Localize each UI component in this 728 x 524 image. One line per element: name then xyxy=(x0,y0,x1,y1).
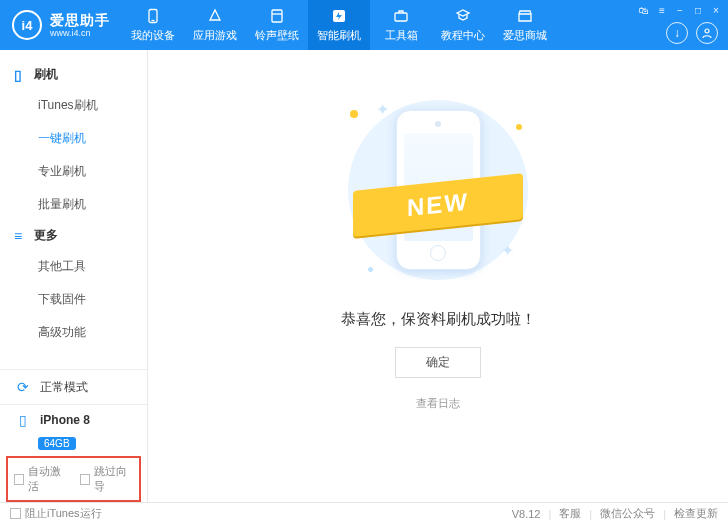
sidebar-item-download-firmware[interactable]: 下载固件 xyxy=(0,283,147,316)
apps-icon xyxy=(206,7,224,25)
nav-label: 爱思商城 xyxy=(503,28,547,43)
nav-apps[interactable]: 应用游戏 xyxy=(184,0,246,50)
body: ▯ 刷机 iTunes刷机 一键刷机 专业刷机 批量刷机 ≡ 更多 其他工具 下… xyxy=(0,50,728,502)
device-mode-row[interactable]: ⟳ 正常模式 xyxy=(0,370,147,405)
check-update-link[interactable]: 检查更新 xyxy=(674,506,718,521)
nav-my-device[interactable]: 我的设备 xyxy=(122,0,184,50)
block-itunes-checkbox[interactable]: 阻止iTunes运行 xyxy=(10,506,102,521)
app-url: www.i4.cn xyxy=(50,28,110,38)
sparkle-icon: ✦ xyxy=(376,100,389,119)
top-nav: 我的设备 应用游戏 铃声壁纸 智能刷机 工具箱 教程中心 爱思商城 xyxy=(122,0,556,50)
svg-point-6 xyxy=(705,29,709,33)
refresh-icon: ⟳ xyxy=(14,378,32,396)
app-header: i4 爱思助手 www.i4.cn 我的设备 应用游戏 铃声壁纸 智能刷机 工具… xyxy=(0,0,728,50)
app-logo: i4 爱思助手 www.i4.cn xyxy=(0,10,122,40)
group-title: 刷机 xyxy=(34,66,58,83)
group-title: 更多 xyxy=(34,227,58,244)
status-bar: 阻止iTunes运行 V8.12 | 客服 | 微信公众号 | 检查更新 xyxy=(0,502,728,524)
music-icon xyxy=(268,7,286,25)
svg-rect-2 xyxy=(272,10,282,22)
new-ribbon: NEW xyxy=(353,182,523,228)
download-icon[interactable]: ↓ xyxy=(666,22,688,44)
sidebar-item-batch-flash[interactable]: 批量刷机 xyxy=(0,188,147,221)
skip-guide-checkbox[interactable]: 跳过向导 xyxy=(80,464,134,494)
menu-icon[interactable]: ≡ xyxy=(656,4,668,16)
device-mode: 正常模式 xyxy=(40,379,88,396)
sidebar-item-other-tools[interactable]: 其他工具 xyxy=(0,250,147,283)
nav-label: 应用游戏 xyxy=(193,28,237,43)
nav-flash[interactable]: 智能刷机 xyxy=(308,0,370,50)
sidebar-item-itunes-flash[interactable]: iTunes刷机 xyxy=(0,89,147,122)
user-icon[interactable] xyxy=(696,22,718,44)
sidebar-group-more: ≡ 更多 xyxy=(0,221,147,250)
nav-label: 教程中心 xyxy=(441,28,485,43)
tutorial-icon xyxy=(454,7,472,25)
nav-label: 智能刷机 xyxy=(317,28,361,43)
nav-label: 工具箱 xyxy=(385,28,418,43)
nav-label: 我的设备 xyxy=(131,28,175,43)
device-small-icon: ▯ xyxy=(14,411,32,429)
block-itunes-label: 阻止iTunes运行 xyxy=(25,506,102,521)
success-message: 恭喜您，保资料刷机成功啦！ xyxy=(341,310,536,329)
minimize-icon[interactable]: − xyxy=(674,4,686,16)
phone-icon: ▯ xyxy=(14,67,28,83)
sparkle-icon: ✦ xyxy=(501,241,514,260)
close-icon[interactable]: × xyxy=(710,4,722,16)
flash-options-box: 自动激活 跳过向导 xyxy=(6,456,141,502)
ribbon-text: NEW xyxy=(353,173,523,237)
main-content: ✦ ✦ NEW 恭喜您，保资料刷机成功啦！ 确定 查看日志 xyxy=(148,50,728,502)
device-name: iPhone 8 xyxy=(40,413,90,427)
svg-rect-5 xyxy=(395,13,407,21)
toolbox-icon xyxy=(392,7,410,25)
nav-ringtone[interactable]: 铃声壁纸 xyxy=(246,0,308,50)
more-icon: ≡ xyxy=(14,228,28,244)
sidebar-group-flash: ▯ 刷机 xyxy=(0,60,147,89)
nav-label: 铃声壁纸 xyxy=(255,28,299,43)
view-log-link[interactable]: 查看日志 xyxy=(416,396,460,411)
header-right: ↓ xyxy=(666,22,718,44)
sidebar-item-advanced[interactable]: 高级功能 xyxy=(0,316,147,349)
nav-store[interactable]: 爱思商城 xyxy=(494,0,556,50)
success-illustration: ✦ ✦ NEW xyxy=(328,90,548,290)
nav-tutorial[interactable]: 教程中心 xyxy=(432,0,494,50)
support-link[interactable]: 客服 xyxy=(559,506,581,521)
window-controls: 🛍 ≡ − □ × xyxy=(638,4,722,16)
version-label: V8.12 xyxy=(512,508,541,520)
sidebar-bottom: ⟳ 正常模式 ▯ iPhone 8 64GB 自动激活 跳过向导 xyxy=(0,369,147,502)
sidebar: ▯ 刷机 iTunes刷机 一键刷机 专业刷机 批量刷机 ≡ 更多 其他工具 下… xyxy=(0,50,148,502)
auto-activate-label: 自动激活 xyxy=(28,464,67,494)
device-icon xyxy=(144,7,162,25)
maximize-icon[interactable]: □ xyxy=(692,4,704,16)
sidebar-item-oneclick-flash[interactable]: 一键刷机 xyxy=(0,122,147,155)
cart-icon[interactable]: 🛍 xyxy=(638,4,650,16)
logo-badge-icon: i4 xyxy=(12,10,42,40)
wechat-link[interactable]: 微信公众号 xyxy=(600,506,655,521)
auto-activate-checkbox[interactable]: 自动激活 xyxy=(14,464,68,494)
skip-guide-label: 跳过向导 xyxy=(94,464,133,494)
ok-button[interactable]: 确定 xyxy=(395,347,481,378)
sidebar-item-pro-flash[interactable]: 专业刷机 xyxy=(0,155,147,188)
storage-badge: 64GB xyxy=(38,437,76,450)
nav-toolbox[interactable]: 工具箱 xyxy=(370,0,432,50)
store-icon xyxy=(516,7,534,25)
flash-icon xyxy=(330,7,348,25)
device-row[interactable]: ▯ iPhone 8 xyxy=(0,405,147,437)
